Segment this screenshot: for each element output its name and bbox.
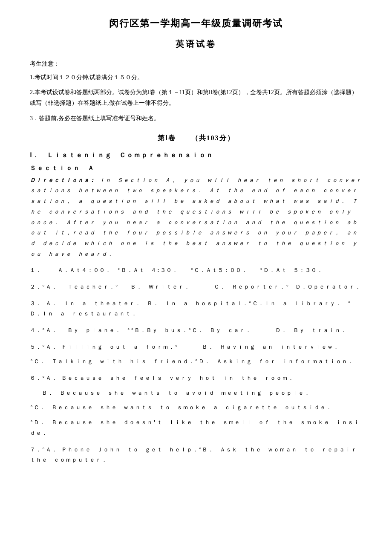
- question-4-text: ４．°Ａ． Ｂｙ ｐｌａｎｅ． °°Ｂ．Ｂｙ ｂｕｓ．°Ｃ． Ｂｙ ｃａｒ． Ｄ…: [30, 326, 362, 336]
- question-7-text: ７．°Ａ． Ｐｈｏｎｅ Ｊｏｈｎ ｔｏ ｇｅｔ ｈｅｌｐ．°Ｂ． Ａｓｋ ｔｈｅ…: [30, 445, 362, 466]
- question-6-line2: Ｂ． Ｂｅｃａｕｓｅ ｓｈｅ ｗａｎｔｓ ｔｏ ａｖｏｉｄ ｍｅｅｔｉｎｇ ｐｅ…: [30, 388, 362, 399]
- question-2-text: ２．°Ａ． Ｔｅａｃｈｅｒ．° Ｂ． Ｗｒｉｔｅｒ． Ｃ． Ｒｅｐｏｒｔｅｒ．°…: [30, 282, 362, 293]
- notice-item-2: 2.本考试设试卷和答题纸两部分。试卷分为第Ⅰ卷（第１－11页）和第ⅠⅠ卷(第12…: [30, 87, 362, 108]
- question-6-line3: °Ｃ． Ｂｅｃａｕｓｅ ｓｈｅ ｗａｎｔｓ ｔｏ ｓｍｏｋｅ ａ ｃｉｇａｒｅｔ…: [30, 403, 362, 413]
- part1-header: 第Ⅰ卷 （共103分）: [30, 134, 362, 143]
- question-5: ５．°Ａ． Ｆｉｌｌｉｎｇ ｏｕｔ ａ ｆｏｒｍ．° Ｂ． Ｈａｖｉｎｇ ａｎ …: [30, 342, 362, 367]
- question-6-line1: ６．°Ａ． Ｂｅｃａｕｓｅ ｓｈｅ ｆｅｅｌｓ ｖｅｒｙ ｈｏｔ ｉｎ ｔｈｅ …: [30, 373, 362, 384]
- question-1: １． Ａ．Ａｔ４：００． °Ｂ．Ａｔ ４:３０． °Ｃ．Ａｔ５：００． °Ｄ．Ａ…: [30, 266, 362, 276]
- part1-label: 第Ⅰ卷: [158, 134, 176, 142]
- question-5-line2: °Ｃ． Ｔａｌｋｉｎｇ ｗｉｔｈ ｈｉｓ ｆｒｉｅｎｄ．°Ｄ． Ａｓｋｉｎｇ ｆ…: [30, 357, 362, 367]
- question-2: ２．°Ａ． Ｔｅａｃｈｅｒ．° Ｂ． Ｗｒｉｔｅｒ． Ｃ． Ｒｅｐｏｒｔｅｒ．°…: [30, 282, 362, 293]
- question-6: ６．°Ａ． Ｂｅｃａｕｓｅ ｓｈｅ ｆｅｅｌｓ ｖｅｒｙ ｈｏｔ ｉｎ ｔｈｅ …: [30, 373, 362, 439]
- listening-section: Ⅰ． Ｌｉｓｔｅｎｉｎｇ Ｃｏｍｐｒｅｈｅｎｓｉｏｎ Ｓｅｃｔｉｏｎ Ａ Ｄｉｒ…: [30, 151, 362, 466]
- notice-section: 考生注意： 1.考试时间１２０分钟,试卷满分１５０分。 2.本考试设试卷和答题纸…: [30, 60, 362, 124]
- notice-item-1: 1.考试时间１２０分钟,试卷满分１５０分。: [30, 72, 362, 83]
- notice-item-3: 3．答题前,务必在答题纸上填写准考证号和姓名。: [30, 113, 362, 124]
- question-4: ４．°Ａ． Ｂｙ ｐｌａｎｅ． °°Ｂ．Ｂｙ ｂｕｓ．°Ｃ． Ｂｙ ｃａｒ． Ｄ…: [30, 326, 362, 336]
- section-a-label: Ｓｅｃｔｉｏｎ Ａ: [30, 165, 362, 172]
- directions-text: Ｉｎ Ｓｅｃｔｉｏｎ Ａ， ｙｏｕ ｗｉｌｌ ｈｅａｒ ｔｅｎ ｓｈｏｒｔ ｃｏ…: [30, 177, 362, 257]
- main-title: 闵行区第一学期高一年级质量调研考试: [30, 17, 362, 30]
- directions: Ｄｉｒｅｃｔｉｏｎｓ： Ｉｎ Ｓｅｃｔｉｏｎ Ａ， ｙｏｕ ｗｉｌｌ ｈｅａｒ …: [30, 176, 362, 260]
- notice-header: 考生注意：: [30, 60, 362, 68]
- question-3: ３． Ａ． Ｉｎ ａ ｔｈｅａｔｅｒ． Ｂ． Ｉｎ ａ ｈｏｓｐｉｔａｌ．°Ｃ．…: [30, 299, 362, 320]
- question-1-text: １． Ａ．Ａｔ４：００． °Ｂ．Ａｔ ４:３０． °Ｃ．Ａｔ５：００． °Ｄ．Ａ…: [30, 266, 362, 276]
- question-3-text: ３． Ａ． Ｉｎ ａ ｔｈｅａｔｅｒ． Ｂ． Ｉｎ ａ ｈｏｓｐｉｔａｌ．°Ｃ．…: [30, 299, 362, 320]
- question-7: ７．°Ａ． Ｐｈｏｎｅ Ｊｏｈｎ ｔｏ ｇｅｔ ｈｅｌｐ．°Ｂ． Ａｓｋ ｔｈｅ…: [30, 445, 362, 466]
- directions-label: Ｄｉｒｅｃｔｉｏｎｓ：: [30, 177, 95, 184]
- question-5-line1: ５．°Ａ． Ｆｉｌｌｉｎｇ ｏｕｔ ａ ｆｏｒｍ．° Ｂ． Ｈａｖｉｎｇ ａｎ …: [30, 342, 362, 353]
- part1-score: （共103分）: [191, 134, 235, 142]
- listening-title: Ⅰ． Ｌｉｓｔｅｎｉｎｇ Ｃｏｍｐｒｅｈｅｎｓｉｏｎ: [30, 151, 362, 159]
- sub-title: 英语试卷: [30, 38, 362, 50]
- question-6-line4: °Ｄ． Ｂｅｃａｕｓｅ ｓｈｅ ｄｏｅｓｎ'ｔ ｌｉｋｅ ｔｈｅ ｓｍｅｌｌ ｏ…: [30, 418, 362, 439]
